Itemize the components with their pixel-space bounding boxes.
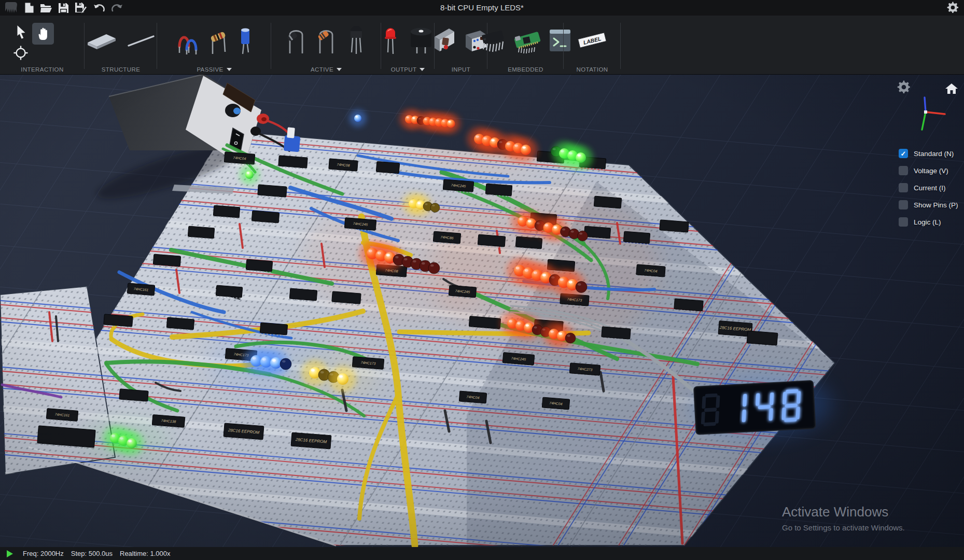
ic-chip[interactable] — [332, 291, 361, 305]
resistor-component-icon[interactable] — [208, 26, 229, 57]
toolbar-section-output: OUTPUT — [381, 16, 435, 74]
checkbox-current-i[interactable]: Current (I) — [899, 183, 958, 193]
ic-chip[interactable] — [252, 211, 280, 224]
section-label-structure: STRUCTURE — [102, 66, 141, 73]
ic-chip[interactable] — [602, 327, 631, 340]
ic-chip[interactable]: 74HC245 — [443, 179, 474, 193]
ic-chip[interactable] — [258, 185, 287, 198]
cursor-tool-button[interactable] — [15, 25, 28, 43]
button-module-component-icon[interactable] — [434, 25, 457, 58]
ic-chip[interactable]: 74HC04 — [542, 397, 570, 411]
status-freq: Freq: 2000Hz — [23, 550, 64, 557]
buzzer-component-icon[interactable] — [408, 25, 435, 58]
axis-gizmo[interactable] — [909, 92, 950, 141]
ic-chip[interactable]: 74HC04 — [459, 391, 487, 404]
ic-chip[interactable] — [153, 254, 181, 268]
circuit-scene[interactable]: 74HC0474HC0874HC24574HC24574HC8674HC0874… — [0, 74, 964, 547]
display-mode-panel: ✓Standard (N)Voltage (V)Current (I)Show … — [899, 148, 958, 234]
ic-chip[interactable] — [119, 389, 149, 402]
led-lit[interactable] — [447, 119, 455, 128]
ic-chip[interactable] — [278, 156, 308, 169]
ic-chip[interactable]: 74HC161 — [127, 283, 155, 297]
viewport-3d[interactable]: 74HC0474HC0874HC24574HC24574HC8674HC0874… — [0, 74, 964, 547]
checkbox-logic-l[interactable]: Logic (L) — [899, 217, 958, 227]
zener-diode-component-icon[interactable] — [316, 25, 338, 58]
checkbox-voltage-v[interactable]: Voltage (V) — [899, 165, 958, 176]
microcontroller-component-icon[interactable] — [513, 26, 542, 57]
ic-chip[interactable] — [623, 231, 650, 244]
label-tag-component-icon[interactable]: LABEL — [576, 29, 609, 54]
ic-chip[interactable] — [213, 205, 240, 218]
checkbox-label: Standard (N) — [914, 150, 954, 158]
capacitor-component-icon[interactable] — [237, 25, 253, 58]
ic-chip[interactable] — [216, 285, 243, 298]
ic-chip[interactable] — [166, 317, 194, 331]
led-off[interactable] — [430, 203, 440, 213]
play-icon[interactable] — [6, 550, 13, 558]
unchecked-checkbox[interactable] — [899, 200, 908, 209]
ic-chip[interactable] — [485, 184, 512, 197]
settings-gear-icon[interactable] — [947, 2, 959, 16]
checkbox-standard-n[interactable]: ✓Standard (N) — [899, 148, 958, 159]
section-label-embedded: EMBEDDED — [508, 66, 543, 73]
ic-chip[interactable]: 74HC08 — [329, 159, 358, 172]
ic-chip-component-icon[interactable] — [480, 26, 507, 57]
unchecked-checkbox[interactable] — [899, 217, 908, 227]
ic-chip[interactable]: 74HC04 — [636, 264, 666, 278]
target-tool-button[interactable] — [13, 46, 28, 62]
ic-chip[interactable] — [747, 331, 778, 346]
led-off[interactable] — [280, 358, 291, 370]
title-bar: 8-bit CPU Empty LEDS* — [0, 0, 964, 16]
unchecked-checkbox[interactable] — [899, 166, 908, 175]
ic-chip[interactable] — [515, 236, 542, 249]
checkbox-show-pins-p[interactable]: Show Pins (P) — [899, 200, 958, 210]
ic-chip[interactable] — [289, 288, 317, 302]
checkbox-label: Logic (L) — [914, 218, 941, 226]
toolbar-section-passive: PASSIVE — [157, 16, 271, 74]
unchecked-checkbox[interactable] — [899, 183, 908, 192]
ic-chip[interactable]: 74HC245 — [449, 285, 477, 299]
led-lit[interactable] — [127, 438, 137, 449]
section-label-input: INPUT — [452, 66, 471, 73]
wire-component-icon[interactable] — [126, 30, 156, 53]
active-dropdown-caret[interactable] — [337, 68, 342, 71]
ic-chip[interactable] — [260, 323, 288, 336]
ic-chip[interactable] — [188, 226, 215, 239]
ic-chip[interactable] — [594, 196, 622, 209]
checked-checkbox[interactable]: ✓ — [899, 149, 908, 158]
toolbar-section-structure: STRUCTURE — [85, 16, 157, 74]
transistor-component-icon[interactable] — [346, 25, 367, 58]
toolbar-section-embedded: EMBEDDED — [487, 16, 564, 74]
led-off[interactable] — [578, 231, 588, 241]
toolbar-section-active: ACTIVE — [271, 16, 381, 74]
ic-chip[interactable] — [104, 314, 133, 328]
ic-chip[interactable] — [478, 234, 506, 248]
ic-chip[interactable] — [660, 220, 689, 233]
ic-chip[interactable]: 74HC04 — [224, 152, 255, 165]
led-lit[interactable] — [245, 171, 254, 179]
ic-chip[interactable] — [246, 259, 273, 272]
checkbox-label: Voltage (V) — [914, 167, 948, 175]
led-lit[interactable] — [521, 145, 531, 155]
output-dropdown-caret[interactable] — [420, 68, 425, 71]
checkbox-label: Show Pins (P) — [914, 201, 958, 209]
diode-component-icon[interactable] — [286, 25, 308, 58]
passive-dropdown-caret[interactable] — [227, 68, 232, 71]
led-lit[interactable] — [354, 115, 361, 122]
led-lit[interactable] — [337, 373, 348, 385]
section-label-passive: PASSIVE — [197, 66, 223, 73]
ic-chip[interactable] — [376, 161, 400, 174]
led-off[interactable] — [565, 333, 576, 343]
breadboard-component-icon[interactable] — [86, 29, 118, 54]
led-component-icon[interactable] — [382, 25, 399, 58]
hand-tool-button[interactable] — [32, 23, 54, 45]
led-off[interactable] — [428, 262, 440, 274]
led-off[interactable] — [576, 282, 587, 293]
ic-chip[interactable]: 74HC273 — [569, 363, 600, 376]
ic-chip[interactable] — [674, 299, 704, 312]
led-lit[interactable] — [576, 152, 586, 163]
ic-chip[interactable]: 74HC86 — [433, 231, 461, 245]
jumper-wire-component-icon[interactable] — [175, 26, 200, 57]
ic-chip[interactable] — [584, 226, 611, 239]
checkbox-label: Current (I) — [914, 184, 946, 192]
